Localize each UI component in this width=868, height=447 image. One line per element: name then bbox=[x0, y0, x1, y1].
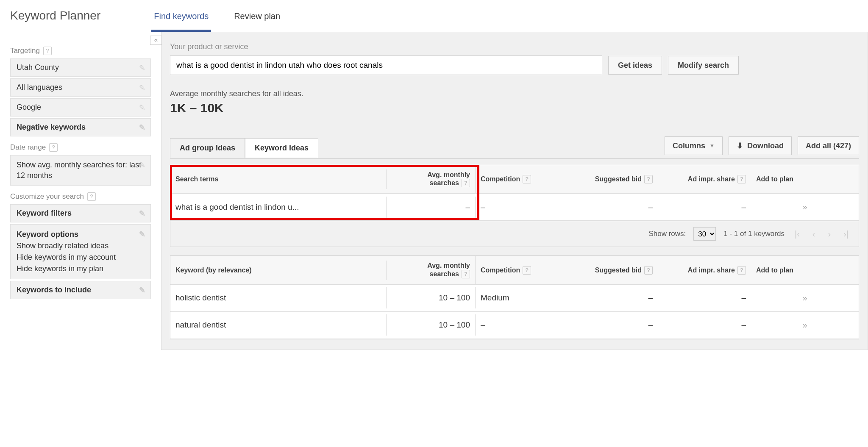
tab-review-plan[interactable]: Review plan bbox=[231, 6, 283, 32]
help-icon[interactable]: ? bbox=[49, 143, 58, 152]
add-all-button[interactable]: Add all (427) bbox=[798, 136, 859, 155]
cell-impr: – bbox=[658, 197, 751, 218]
col-add-to-plan: Add to plan bbox=[751, 169, 859, 189]
targeting-location[interactable]: Utah County ✎ bbox=[10, 58, 151, 77]
help-icon[interactable]: ? bbox=[87, 192, 96, 201]
download-icon: ⬇ bbox=[737, 141, 743, 150]
add-to-plan-button[interactable]: » bbox=[751, 287, 859, 309]
help-icon[interactable]: ? bbox=[737, 266, 746, 275]
prompt-label: Your product or service bbox=[170, 42, 859, 51]
tab-keyword-ideas[interactable]: Keyword ideas bbox=[245, 138, 318, 158]
keyword-ideas-table: Keyword (by relevance) Avg. monthly sear… bbox=[170, 255, 859, 339]
cell-comp: – bbox=[476, 197, 560, 218]
cell-term: holistic dentist bbox=[170, 287, 387, 308]
col-competition[interactable]: Competition? bbox=[476, 169, 560, 189]
col-impr-share[interactable]: Ad impr. share? bbox=[658, 260, 751, 280]
help-icon[interactable]: ? bbox=[43, 47, 52, 55]
cell-term: natural dentist bbox=[170, 314, 387, 336]
search-terms-table: Search terms Avg. monthly searches? Comp… bbox=[170, 165, 859, 221]
help-icon[interactable]: ? bbox=[644, 266, 653, 275]
columns-button[interactable]: Columns▼ bbox=[665, 136, 723, 155]
table-row: holistic dentist 10 – 100 Medium – – » bbox=[170, 285, 859, 312]
pencil-icon: ✎ bbox=[139, 63, 145, 72]
col-suggested-bid[interactable]: Suggested bid? bbox=[560, 260, 658, 280]
cell-bid: – bbox=[560, 314, 658, 336]
pencil-icon: ✎ bbox=[139, 123, 145, 132]
add-to-plan-button[interactable]: » bbox=[751, 196, 859, 218]
col-add-to-plan: Add to plan bbox=[751, 261, 859, 280]
pencil-icon: ✎ bbox=[139, 103, 145, 112]
pencil-icon: ✎ bbox=[139, 209, 145, 218]
prev-page-button[interactable]: ‹ bbox=[810, 229, 818, 239]
cell-comp: – bbox=[476, 314, 560, 336]
col-avg-searches[interactable]: Avg. monthly searches? bbox=[387, 165, 476, 193]
targeting-network[interactable]: Google ✎ bbox=[10, 98, 151, 117]
pagination-bar: Show rows: 30 1 - 1 of 1 keywords |‹ ‹ ›… bbox=[170, 221, 859, 247]
daterange-card[interactable]: Show avg. monthly searches for: last 12 … bbox=[10, 155, 151, 186]
col-avg-searches[interactable]: Avg. monthly searches? bbox=[387, 256, 476, 284]
cell-avg: 10 – 100 bbox=[387, 287, 476, 308]
pencil-icon: ✎ bbox=[139, 160, 145, 170]
get-ideas-button[interactable]: Get ideas bbox=[608, 56, 662, 75]
page-range: 1 - 1 of 1 keywords bbox=[723, 230, 785, 238]
keywords-include-card[interactable]: Keywords to include ✎ bbox=[10, 281, 151, 299]
tab-find-keywords[interactable]: Find keywords bbox=[151, 6, 211, 32]
pencil-icon: ✎ bbox=[139, 286, 145, 295]
ideas-tabs: Ad group ideas Keyword ideas Columns▼ ⬇D… bbox=[170, 136, 859, 159]
product-service-input[interactable] bbox=[170, 56, 602, 75]
metric-value: 1K – 10K bbox=[170, 101, 859, 115]
sidebar: « Targeting ? Utah County ✎ All language… bbox=[0, 32, 161, 350]
download-button[interactable]: ⬇Download bbox=[729, 136, 792, 155]
cell-impr: – bbox=[658, 287, 751, 308]
tab-ad-group-ideas[interactable]: Ad group ideas bbox=[170, 138, 245, 158]
customize-section-label: Customize your search ? bbox=[10, 192, 151, 201]
help-icon[interactable]: ? bbox=[644, 175, 653, 183]
table-row: what is a good dentist in lindon u... – … bbox=[170, 194, 859, 221]
cell-impr: – bbox=[658, 314, 751, 336]
help-icon[interactable]: ? bbox=[462, 270, 470, 278]
targeting-language[interactable]: All languages ✎ bbox=[10, 78, 151, 97]
help-icon[interactable]: ? bbox=[523, 175, 531, 183]
show-rows-label: Show rows: bbox=[648, 230, 686, 238]
page-title: Keyword Planner bbox=[10, 9, 100, 32]
table-header: Search terms Avg. monthly searches? Comp… bbox=[170, 165, 859, 194]
col-impr-share[interactable]: Ad impr. share? bbox=[658, 169, 751, 189]
cell-avg: 10 – 100 bbox=[387, 314, 476, 336]
pencil-icon: ✎ bbox=[139, 83, 145, 92]
cell-term: what is a good dentist in lindon u... bbox=[170, 197, 387, 218]
table-header: Keyword (by relevance) Avg. monthly sear… bbox=[170, 256, 859, 284]
targeting-negative-keywords[interactable]: Negative keywords ✎ bbox=[10, 118, 151, 136]
help-icon[interactable]: ? bbox=[523, 266, 531, 275]
app-header: Keyword Planner Find keywords Review pla… bbox=[0, 0, 868, 32]
cell-comp: Medium bbox=[476, 287, 560, 308]
main-nav: Find keywords Review plan bbox=[151, 6, 283, 32]
first-page-button[interactable]: |‹ bbox=[792, 229, 802, 239]
last-page-button[interactable]: ›| bbox=[841, 229, 851, 239]
pencil-icon: ✎ bbox=[139, 229, 145, 240]
help-icon[interactable]: ? bbox=[737, 175, 746, 183]
cell-bid: – bbox=[560, 287, 658, 308]
cell-bid: – bbox=[560, 197, 658, 218]
keyword-filters-card[interactable]: Keyword filters ✎ bbox=[10, 204, 151, 222]
keyword-options-card[interactable]: Keyword options ✎ Show broadly related i… bbox=[10, 224, 151, 279]
add-to-plan-button[interactable]: » bbox=[751, 314, 859, 336]
main-content: Your product or service Get ideas Modify… bbox=[161, 32, 868, 350]
col-keyword-relevance[interactable]: Keyword (by relevance) bbox=[170, 261, 387, 280]
next-page-button[interactable]: › bbox=[825, 229, 833, 239]
cell-avg: – bbox=[387, 197, 476, 218]
targeting-section-label: Targeting ? bbox=[10, 47, 151, 55]
table-row: natural dentist 10 – 100 – – – » bbox=[170, 312, 859, 339]
chevron-down-icon: ▼ bbox=[709, 143, 715, 149]
col-suggested-bid[interactable]: Suggested bid? bbox=[560, 169, 658, 189]
metric-label: Average monthly searches for all ideas. bbox=[170, 89, 859, 98]
rows-per-page-select[interactable]: 30 bbox=[693, 227, 716, 241]
collapse-sidebar-button[interactable]: « bbox=[150, 36, 162, 45]
help-icon[interactable]: ? bbox=[462, 179, 470, 187]
modify-search-button[interactable]: Modify search bbox=[668, 56, 739, 75]
col-search-terms[interactable]: Search terms bbox=[170, 169, 387, 189]
col-competition[interactable]: Competition? bbox=[476, 260, 560, 280]
daterange-section-label: Date range ? bbox=[10, 143, 151, 152]
